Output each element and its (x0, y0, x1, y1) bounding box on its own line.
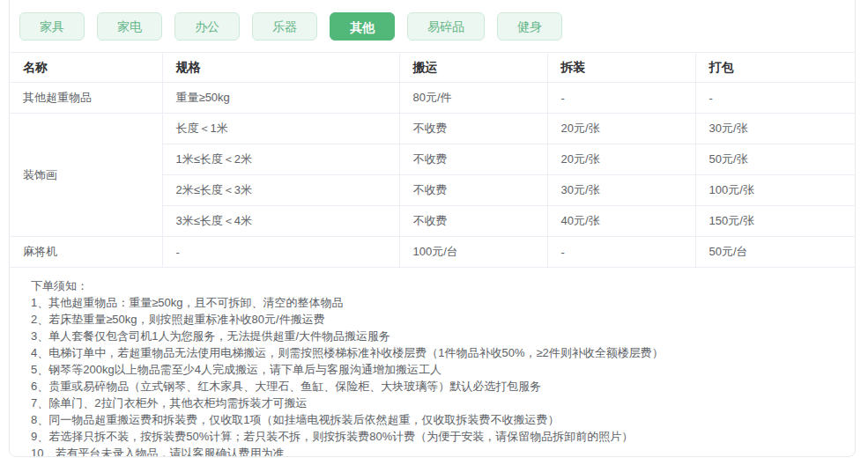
table-row: 装饰画 长度＜1米 不收费 20元/张 30元/张 (10, 114, 855, 144)
cell-disassembly-fee: 30元/张 (547, 175, 695, 206)
cell-pack-fee: 100元/张 (695, 175, 855, 206)
cell-move-fee: 不收费 (399, 206, 547, 237)
tab-fitness[interactable]: 健身 (497, 12, 562, 41)
tab-office[interactable]: 办公 (174, 12, 240, 41)
note-item: 8、同一物品超重搬运费和拆装费，仅收取1项（如挂墙电视拆装后依然超重，仅收取拆装… (31, 411, 834, 428)
cell-move-fee: 100元/台 (399, 237, 547, 268)
price-table: 名称 规格 搬运 拆装 打包 其他超重物品 重量≥50kg 80元/件 - - … (10, 52, 855, 268)
cell-spec: 重量≥50kg (162, 83, 399, 114)
cell-spec: 2米≤长度＜3米 (162, 175, 399, 206)
cell-pack-fee: 50元/台 (695, 237, 855, 268)
note-item: 9、若选择只拆不装，按拆装费50%计算；若只装不拆，则按拆装费80%计费（为便于… (31, 428, 834, 445)
cell-item-name: 其他超重物品 (10, 83, 162, 114)
note-item: 1、其他超重物品：重量≥50kg，且不可拆卸、清空的整体物品 (31, 294, 834, 311)
cell-spec: - (162, 237, 399, 268)
cell-disassembly-fee: - (547, 237, 695, 268)
cell-move-fee: 不收费 (399, 144, 547, 175)
col-header-move: 搬运 (399, 53, 547, 83)
cell-disassembly-fee: 20元/张 (547, 144, 695, 175)
notes-title: 下单须知： (31, 277, 834, 294)
tab-fragile[interactable]: 易碎品 (407, 12, 485, 41)
note-item: 6、贵重或易碎物品（立式钢琴、红木家具、大理石、鱼缸、保险柜、大块玻璃等）默认必… (31, 378, 834, 395)
note-item: 5、钢琴等200kg以上物品需至少4人完成搬运，请下单后与客服沟通增加搬运工人 (31, 361, 834, 378)
order-notes: 下单须知： 1、其他超重物品：重量≥50kg，且不可拆卸、清空的整体物品 2、若… (10, 268, 855, 457)
tab-other[interactable]: 其他 (330, 12, 395, 41)
cell-disassembly-fee: 40元/张 (547, 206, 695, 237)
table-row: 麻将机 - 100元/台 - 50元/台 (10, 237, 855, 268)
cell-pack-fee: 30元/张 (695, 114, 855, 144)
price-table-header: 名称 规格 搬运 拆装 打包 (10, 53, 855, 83)
pricing-card: 家具 家电 办公 乐器 其他 易碎品 健身 名称 规格 搬运 拆装 打包 (9, 0, 856, 457)
cell-spec: 1米≤长度＜2米 (162, 144, 399, 175)
tab-furniture[interactable]: 家具 (19, 12, 85, 41)
note-item: 4、电梯订单中，若超重物品无法使用电梯搬运，则需按照楼梯标准补收楼层费（1件物品… (31, 344, 834, 361)
tab-appliances[interactable]: 家电 (97, 12, 162, 41)
cell-disassembly-fee: - (547, 83, 695, 114)
cell-spec: 3米≤长度＜4米 (162, 206, 399, 237)
col-header-name: 名称 (10, 53, 162, 83)
table-row: 其他超重物品 重量≥50kg 80元/件 - - (10, 83, 855, 114)
header-row: 名称 规格 搬运 拆装 打包 (10, 53, 855, 83)
cell-spec: 长度＜1米 (162, 114, 399, 144)
note-item: 10、若有平台未录入物品，请以客服确认费用为准 (31, 445, 834, 457)
cell-item-name: 装饰画 (10, 114, 162, 237)
note-item: 2、若床垫重量≥50kg，则按照超重标准补收80元/件搬运费 (31, 311, 834, 328)
cell-move-fee: 不收费 (399, 175, 547, 206)
pricing-page: 家具 家电 办公 乐器 其他 易碎品 健身 名称 规格 搬运 拆装 打包 (0, 0, 868, 465)
category-tabs: 家具 家电 办公 乐器 其他 易碎品 健身 (10, 0, 855, 52)
cell-pack-fee: 50元/张 (695, 144, 855, 175)
tab-instruments[interactable]: 乐器 (252, 12, 317, 41)
note-item: 3、单人套餐仅包含司机1人为您服务，无法提供超重/大件物品搬运服务 (31, 328, 834, 344)
cell-pack-fee: 150元/张 (695, 206, 855, 237)
cell-move-fee: 80元/件 (399, 83, 547, 114)
cell-item-name: 麻将机 (10, 237, 162, 268)
col-header-disassembly: 拆装 (547, 53, 695, 83)
note-item: 7、除单门、2拉门衣柜外，其他衣柜均需拆装才可搬运 (31, 395, 834, 411)
cell-pack-fee: - (695, 83, 855, 114)
col-header-spec: 规格 (162, 53, 399, 83)
cell-move-fee: 不收费 (399, 114, 547, 144)
cell-disassembly-fee: 20元/张 (547, 114, 695, 144)
col-header-pack: 打包 (695, 53, 855, 83)
